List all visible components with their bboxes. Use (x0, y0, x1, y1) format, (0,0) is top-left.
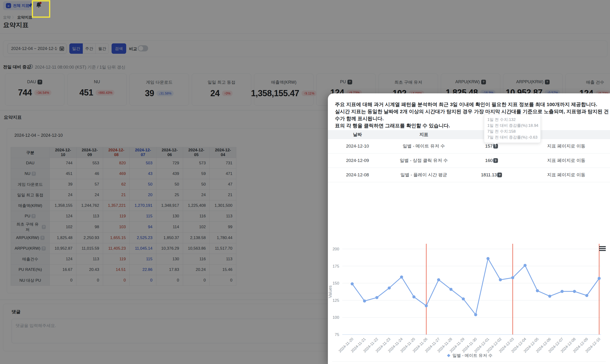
y-tick-label: 125 (332, 298, 339, 303)
insight-column-header: 지표 (387, 131, 461, 138)
tooltip-line: 7일 전 대비 증감률(%):-0.63 (487, 134, 537, 140)
go-to-metric-page-link[interactable]: 지표 페이지로 이동 (547, 143, 585, 149)
help-icon[interactable]: ? (493, 158, 498, 163)
y-tick-label: 175 (332, 264, 339, 269)
go-to-metric-page-link[interactable]: 지표 페이지로 이동 (547, 172, 585, 177)
insight-description-line: 표의 각 행을 클릭하면 그래프를 확인할 수 있습니다. (335, 122, 610, 129)
chart-menu-icon[interactable] (599, 246, 606, 251)
insight-value-number: 157 (485, 143, 493, 149)
data-point (425, 304, 428, 307)
app-root: ≡ 전체 지표 요약〉요약지표 요약지표 일간 주간 월간 검색 비교 전일 대… (0, 0, 610, 364)
data-point (523, 264, 527, 267)
data-point (499, 278, 502, 281)
insight-column-header: 날짜 (328, 131, 387, 138)
data-point (536, 289, 539, 292)
data-point (548, 295, 551, 298)
insight-date-cell: 2024-12-08 (328, 172, 387, 178)
help-icon[interactable]: ? (497, 173, 502, 177)
data-point (598, 277, 601, 280)
tooltip-line: 7일 전 수치:158 (487, 129, 537, 134)
metric-tooltip: 1일 전 수치:1321일 전 대비 증감률(%):18.947일 전 수치:1… (484, 114, 541, 143)
y-tick-label: 100 (332, 315, 339, 320)
y-axis-label: Values (328, 286, 332, 298)
y-tick-label: 200 (332, 247, 339, 251)
insight-value-number: 160 (485, 158, 493, 163)
insight-description-line: 실시간 지표는 동일한 날짜에 2개 이상의 시간대가 탐지된 경우 가장 마지… (335, 108, 610, 122)
data-point (511, 276, 514, 279)
data-point (449, 288, 452, 291)
insight-date-cell: 2024-12-10 (328, 143, 387, 149)
insight-link-cell: 지표 페이지로 이동 (522, 157, 610, 164)
data-point (486, 257, 490, 260)
tooltip-line: 1일 전 대비 증감률(%):18.94 (487, 123, 537, 129)
metric-line-chart: 75100125150175200Values2024-11-202024-11… (328, 236, 610, 361)
go-to-metric-page-link[interactable]: 지표 페이지로 이동 (547, 158, 585, 163)
insight-table-row[interactable]: 2024-12-08일별 - 플레이 시간 평균1811.13?지표 페이지로 … (328, 168, 610, 182)
insight-value: 157? (485, 143, 498, 149)
data-point (573, 290, 576, 293)
data-point (400, 276, 403, 279)
tooltip-line: 1일 전 수치:132 (487, 117, 537, 123)
insight-date-cell: 2024-12-09 (328, 158, 387, 163)
data-point (560, 290, 564, 293)
data-point (462, 297, 465, 300)
insight-table-row[interactable]: 2024-12-10일별 - 메이트 유저 수157?지표 페이지로 이동 (328, 139, 610, 154)
insight-value-number: 1811.13 (481, 172, 497, 178)
insight-table-row[interactable]: 2024-12-09일별 - 상점 클릭 유저 수160?지표 페이지로 이동 (328, 154, 610, 168)
insight-value: 1811.13? (481, 172, 502, 178)
insight-metric-cell: 일별 - 메이트 유저 수 (387, 143, 461, 149)
data-point (363, 299, 366, 302)
data-point (437, 278, 440, 281)
insight-table: 날짜지표2024-12-10일별 - 메이트 유저 수157?지표 페이지로 이… (328, 130, 610, 182)
insight-description-line: 주요 지표에 대해 과거 시계열 패턴을 분석하여 최근 3일 이내에 확인이 … (335, 101, 610, 108)
y-tick-label: 75 (335, 332, 339, 337)
data-point (351, 282, 354, 286)
chart-divider (332, 361, 606, 362)
data-point (375, 296, 378, 299)
insight-metric-cell: 일별 - 플레이 시간 평균 (387, 172, 461, 178)
insight-table-header: 날짜지표 (328, 130, 610, 139)
line-chart-svg: 75100125150175200Values2024-11-202024-11… (328, 236, 610, 361)
legend-marker (447, 354, 450, 357)
insight-link-cell: 지표 페이지로 이동 (522, 172, 610, 178)
data-point (412, 295, 415, 299)
insight-value-cell: 157? (461, 143, 522, 149)
insight-panel: 주요 지표에 대해 과거 시계열 패턴을 분석하여 최근 3일 이내에 확인이 … (328, 93, 610, 364)
insight-link-cell: 지표 페이지로 이동 (522, 143, 610, 149)
insight-description: 주요 지표에 대해 과거 시계열 패턴을 분석하여 최근 3일 이내에 확인이 … (335, 101, 610, 129)
legend-label: 일별 - 메이트 유저 수 (452, 353, 492, 358)
insight-value: 160? (485, 158, 498, 163)
insight-metric-cell: 일별 - 상점 클릭 유저 수 (387, 157, 461, 164)
data-point (474, 313, 477, 316)
click-highlight-annotation (32, 0, 50, 18)
y-tick-label: 150 (332, 281, 339, 286)
data-point (585, 294, 588, 297)
insight-value-cell: 1811.13? (461, 172, 522, 178)
insight-value-cell: 160? (461, 158, 522, 163)
data-point (388, 286, 391, 289)
